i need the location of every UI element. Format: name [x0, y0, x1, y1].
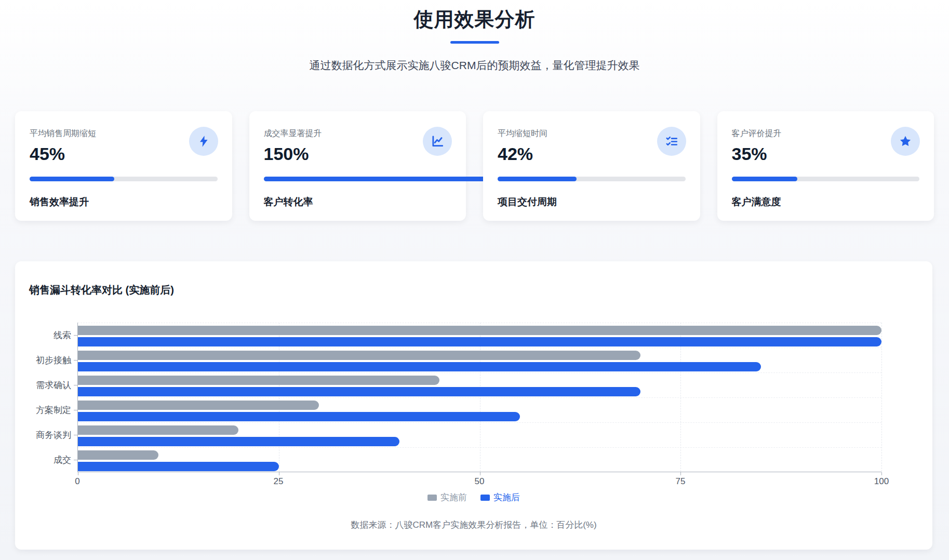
x-axis-tick — [279, 472, 279, 475]
chart-title: 销售漏斗转化率对比 (实施前后) — [29, 283, 174, 297]
star-icon — [891, 127, 920, 156]
y-axis-label-row: 需求确认 — [15, 372, 77, 397]
y-axis-label: 商务谈判 — [36, 429, 71, 441]
x-axis-tick-label: 25 — [274, 476, 284, 487]
funnel-chart-card: 销售漏斗转化率对比 (实施前后) 线索初步接触需求确认方案制定商务谈判成交 02… — [15, 261, 932, 550]
bar-group-4 — [78, 397, 881, 422]
progress-track — [498, 177, 686, 181]
stats-row: 平均销售周期缩短 45% 销售效率提升 成交率显著提升 150% 客户转化率 平… — [15, 111, 934, 221]
checklist-icon — [657, 127, 686, 156]
bar-实施前-成交 — [78, 450, 158, 460]
y-axis-label-row: 成交 — [15, 447, 77, 472]
bar-实施后-需求确认 — [78, 387, 640, 396]
progress-track — [732, 177, 920, 181]
page-subtitle: 通过数据化方式展示实施八骏CRM后的预期效益，量化管理提升效果 — [0, 58, 949, 73]
progress-fill — [264, 177, 486, 181]
y-axis-tick — [74, 410, 77, 410]
y-axis-label: 需求确认 — [36, 379, 71, 391]
stat-card-close-rate: 成交率显著提升 150% 客户转化率 — [249, 111, 466, 221]
x-axis-tick-label: 50 — [475, 476, 485, 487]
y-axis-label: 成交 — [54, 454, 71, 466]
y-axis-tick — [74, 360, 77, 361]
y-axis-label-row: 方案制定 — [15, 397, 77, 422]
chart-footer-note: 数据来源：八骏CRM客户实施效果分析报告，单位：百分比(%) — [15, 519, 932, 531]
bar-实施后-方案制定 — [78, 412, 520, 421]
progress-track — [264, 177, 452, 181]
legend-label: 实施后 — [493, 491, 520, 503]
bar-group-1 — [78, 323, 881, 348]
page-title: 使用效果分析 — [0, 0, 949, 33]
bar-group-3 — [78, 372, 881, 397]
bar-实施前-商务谈判 — [78, 425, 238, 435]
y-axis-label-row: 商务谈判 — [15, 422, 77, 447]
bar-实施前-需求确认 — [78, 376, 439, 385]
stat-caption: 客户满意度 — [732, 195, 920, 209]
y-axis-label-row: 初步接触 — [15, 348, 77, 372]
bar-实施前-线索 — [78, 326, 881, 335]
legend-item-实施前[interactable]: 实施前 — [427, 491, 467, 503]
x-axis-tick-label: 100 — [874, 476, 889, 487]
stat-value: 42% — [498, 144, 686, 164]
stat-value: 45% — [30, 144, 218, 164]
stat-caption: 项目交付周期 — [498, 195, 686, 209]
progress-track — [30, 177, 218, 181]
x-axis-tick — [680, 472, 681, 475]
stat-value: 35% — [732, 144, 920, 164]
progress-fill — [732, 177, 798, 181]
y-axis-label: 线索 — [54, 329, 71, 341]
gridline — [881, 323, 882, 472]
y-axis-tick — [74, 460, 77, 460]
y-axis-label: 初步接触 — [36, 354, 71, 366]
bar-实施前-方案制定 — [78, 401, 319, 410]
bar-group-5 — [78, 422, 881, 447]
x-axis-tick — [78, 472, 78, 475]
bar-实施后-线索 — [78, 337, 881, 346]
bar-group-2 — [78, 348, 881, 372]
chart-plot-area — [77, 323, 881, 472]
y-axis-label: 方案制定 — [36, 404, 71, 416]
legend-swatch — [480, 495, 490, 501]
legend-item-实施后[interactable]: 实施后 — [480, 491, 520, 503]
legend-swatch — [427, 495, 437, 501]
y-axis-tick — [74, 385, 77, 385]
chart-x-axis-labels: 0255075100 — [77, 476, 881, 488]
stat-caption: 销售效率提升 — [30, 195, 218, 209]
bar-实施后-成交 — [78, 462, 279, 471]
chart-line-icon — [423, 127, 452, 156]
bar-实施前-初步接触 — [78, 351, 640, 360]
y-axis-tick — [74, 435, 77, 435]
bar-实施后-商务谈判 — [78, 437, 399, 446]
stat-card-satisfaction: 客户评价提升 35% 客户满意度 — [717, 111, 934, 221]
bar-group-6 — [78, 447, 881, 472]
progress-fill — [498, 177, 577, 181]
page-header: 使用效果分析 通过数据化方式展示实施八骏CRM后的预期效益，量化管理提升效果 — [0, 0, 949, 73]
stat-caption: 客户转化率 — [264, 195, 452, 209]
bolt-icon — [189, 127, 218, 156]
chart-y-axis-labels: 线索初步接触需求确认方案制定商务谈判成交 — [15, 323, 77, 472]
title-underline — [450, 41, 499, 44]
legend-label: 实施前 — [440, 491, 467, 503]
stat-card-time-saved: 平均缩短时间 42% 项目交付周期 — [483, 111, 700, 221]
stat-card-sales-cycle: 平均销售周期缩短 45% 销售效率提升 — [15, 111, 232, 221]
x-axis-tick — [480, 472, 480, 475]
chart-legend: 实施前实施后 — [15, 491, 932, 503]
x-axis-tick — [881, 472, 882, 475]
x-axis-tick-label: 75 — [676, 476, 686, 487]
y-axis-label-row: 线索 — [15, 323, 77, 348]
y-axis-tick — [74, 335, 77, 336]
progress-fill — [30, 177, 114, 181]
bar-实施后-初步接触 — [78, 362, 761, 371]
x-axis-tick-label: 0 — [75, 476, 79, 487]
stat-value: 150% — [264, 144, 452, 164]
